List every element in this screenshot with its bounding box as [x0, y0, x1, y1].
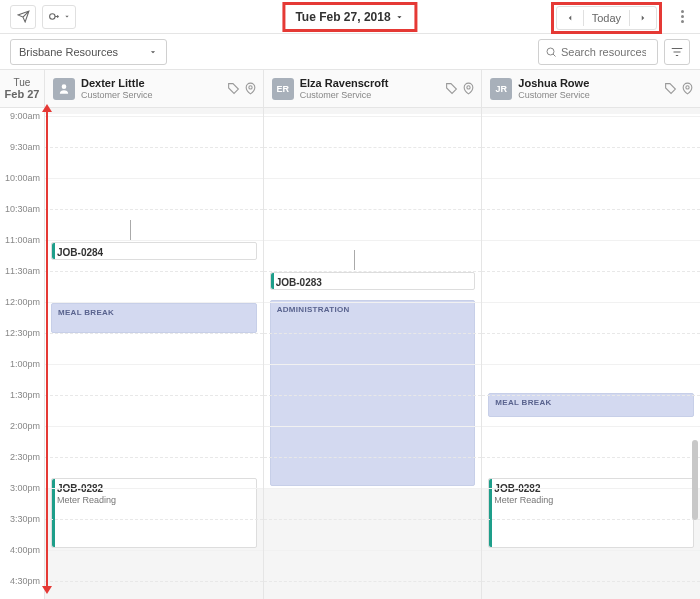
svg-point-4 — [686, 86, 689, 89]
resource-column: ER Elza RavenscroftCustomer Service JOB-… — [264, 70, 483, 599]
avatar: JR — [490, 78, 512, 100]
column-header[interactable]: Dexter LittleCustomer Service — [45, 70, 263, 108]
time-mark: 4:00pm — [10, 545, 40, 555]
time-mark: 10:30am — [5, 204, 40, 214]
chevron-left-icon — [565, 13, 575, 23]
tag-icon[interactable] — [664, 82, 677, 95]
prev-day-button[interactable] — [557, 7, 583, 29]
filter-icon — [670, 45, 684, 59]
resource-columns: Dexter LittleCustomer Service JOB-0284 M… — [45, 70, 700, 599]
resource-name: Elza Ravenscroft — [300, 77, 389, 90]
chevron-down-icon — [148, 47, 158, 57]
time-mark: 9:30am — [10, 142, 40, 152]
person-icon — [57, 82, 71, 96]
time-mark: 10:00am — [5, 173, 40, 183]
day-label: Tue Feb 27 — [0, 70, 44, 108]
time-mark: 12:30pm — [5, 328, 40, 338]
time-mark: 2:30pm — [10, 452, 40, 462]
svg-point-3 — [467, 86, 470, 89]
chevron-down-icon — [395, 12, 405, 22]
current-date-label: Tue Feb 27, 2018 — [295, 10, 390, 24]
search-icon — [545, 46, 557, 58]
location-icon[interactable] — [681, 82, 694, 95]
administration-block[interactable]: ADMINISTRATION — [270, 300, 476, 486]
date-picker[interactable]: Tue Feb 27, 2018 — [287, 6, 412, 28]
search-input-wrap[interactable] — [538, 39, 658, 65]
time-mark: 11:00am — [5, 235, 40, 245]
resource-name: Dexter Little — [81, 77, 153, 90]
column-body[interactable]: MEAL BREAK JOB-0282Meter Reading — [482, 108, 700, 599]
meal-break[interactable]: MEAL BREAK — [488, 393, 694, 417]
svg-point-2 — [249, 86, 252, 89]
filter-bar: Brisbane Resources — [0, 34, 700, 70]
scrollbar-thumb[interactable] — [692, 440, 698, 520]
column-body[interactable]: JOB-0284 MEAL BREAK JOB-0282Meter Readin… — [45, 108, 263, 599]
send-icon[interactable] — [10, 5, 36, 29]
column-header[interactable]: JR Joshua RoweCustomer Service — [482, 70, 700, 108]
top-toolbar: Tue Feb 27, 2018 Today — [0, 0, 700, 34]
today-button[interactable]: Today — [584, 7, 629, 29]
column-body[interactable]: JOB-0283 ADMINISTRATION — [264, 108, 482, 599]
filter-button[interactable] — [664, 39, 690, 65]
meal-break[interactable]: MEAL BREAK — [51, 303, 257, 333]
resource-role: Customer Service — [300, 90, 389, 101]
time-mark: 9:00am — [10, 111, 40, 121]
resource-name: Joshua Rowe — [518, 77, 590, 90]
resource-filter-label: Brisbane Resources — [19, 46, 118, 58]
time-mark: 12:00pm — [5, 297, 40, 307]
job-event[interactable]: JOB-0284 — [51, 242, 257, 260]
time-mark: 1:30pm — [10, 390, 40, 400]
resource-role: Customer Service — [81, 90, 153, 101]
resource-column: JR Joshua RoweCustomer Service MEAL BREA… — [482, 70, 700, 599]
more-menu[interactable] — [672, 6, 692, 26]
location-icon[interactable] — [462, 82, 475, 95]
tag-icon[interactable] — [227, 82, 240, 95]
date-nav-group: Today — [556, 6, 657, 30]
time-column: Tue Feb 27 9:00am9:30am10:00am10:30am11:… — [0, 70, 45, 599]
schedule-grid: Tue Feb 27 9:00am9:30am10:00am10:30am11:… — [0, 70, 700, 599]
nav-annotation-box: Today — [551, 2, 662, 34]
dispatch-dropdown[interactable] — [42, 5, 76, 29]
resource-column: Dexter LittleCustomer Service JOB-0284 M… — [45, 70, 264, 599]
tag-icon[interactable] — [445, 82, 458, 95]
time-mark: 1:00pm — [10, 359, 40, 369]
time-tick — [354, 250, 355, 270]
next-day-button[interactable] — [630, 7, 656, 29]
avatar — [53, 78, 75, 100]
resource-filter-dropdown[interactable]: Brisbane Resources — [10, 39, 167, 65]
annotation-arrow — [46, 110, 48, 588]
time-mark: 4:30pm — [10, 576, 40, 586]
chevron-right-icon — [638, 13, 648, 23]
svg-point-0 — [49, 14, 54, 19]
time-tick — [130, 220, 131, 240]
resource-role: Customer Service — [518, 90, 590, 101]
date-annotation-box: Tue Feb 27, 2018 — [282, 2, 417, 32]
avatar: ER — [272, 78, 294, 100]
location-icon[interactable] — [244, 82, 257, 95]
time-mark: 3:00pm — [10, 483, 40, 493]
time-mark: 11:30am — [5, 266, 40, 276]
column-header[interactable]: ER Elza RavenscroftCustomer Service — [264, 70, 482, 108]
time-mark: 3:30pm — [10, 514, 40, 524]
svg-point-1 — [547, 48, 554, 55]
job-event[interactable]: JOB-0283 — [270, 272, 476, 290]
time-mark: 2:00pm — [10, 421, 40, 431]
search-input[interactable] — [561, 46, 646, 58]
